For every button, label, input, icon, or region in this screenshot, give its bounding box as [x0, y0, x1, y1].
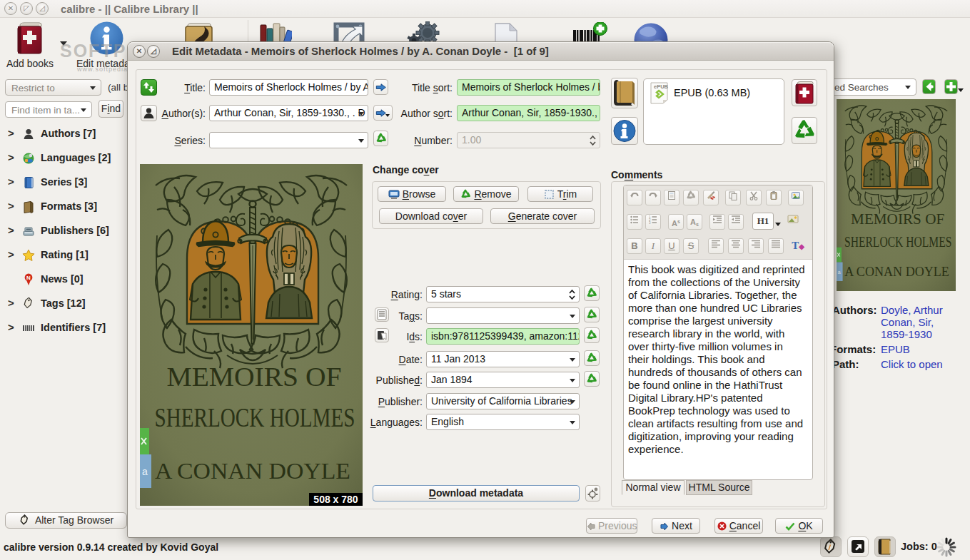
svg-text:ePUB: ePUB [654, 83, 669, 90]
svg-text:3: 3 [649, 221, 651, 225]
svg-text:N: N [26, 275, 31, 281]
